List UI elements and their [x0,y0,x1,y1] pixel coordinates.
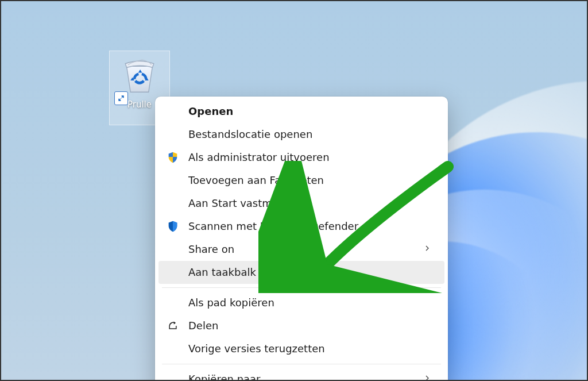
share-icon [167,320,179,332]
context-menu: Openen Bestandslocatie openen Als admini… [155,97,448,381]
menu-item-label: Delen [188,314,218,337]
menu-item-label: Scannen met Microsoft Defender... [188,215,368,238]
desktop-background: Prulle Openen Bestandslocatie openen Als… [0,0,588,381]
menu-item-copy-as-path[interactable]: Als pad kopiëren [158,291,444,314]
menu-item-label: Bestandslocatie openen [188,123,312,146]
menu-item-share-on[interactable]: Share on [158,238,444,261]
chevron-right-icon [423,368,432,381]
menu-item-open[interactable]: Openen [158,100,444,123]
menu-item-restore-previous-versions[interactable]: Vorige versies terugzetten [158,337,444,360]
uac-shield-icon [167,151,179,164]
chevron-right-icon [423,238,432,261]
recycle-bin-icon [119,55,160,96]
menu-item-pin-to-start[interactable]: Aan Start vastmaken [158,192,444,215]
menu-item-share[interactable]: Delen [158,314,444,337]
shortcut-arrow-badge [114,91,128,105]
menu-item-scan-with-defender[interactable]: Scannen met Microsoft Defender... [158,215,444,238]
menu-item-copy-to[interactable]: Kopiëren naar [158,368,444,381]
menu-item-label: Openen [188,100,233,123]
menu-separator [162,364,441,364]
menu-item-label: Aan Start vastmaken [188,192,297,215]
menu-item-label: Kopiëren naar [188,368,261,381]
menu-item-label: Als pad kopiëren [188,291,274,314]
menu-item-run-as-admin[interactable]: Als administrator uitvoeren [158,146,444,169]
menu-item-label: Aan taakbalk vastmaken [188,261,316,284]
menu-item-pin-to-taskbar[interactable]: Aan taakbalk vastmaken [158,261,444,284]
menu-separator [162,287,441,288]
menu-item-label: Toevoegen aan Favorieten [188,169,324,192]
menu-item-label: Vorige versies terugzetten [188,337,325,360]
defender-shield-icon [167,220,179,233]
menu-item-add-to-favorites[interactable]: Toevoegen aan Favorieten [158,169,444,192]
shortcut-arrow-icon [117,94,126,103]
menu-item-open-file-location[interactable]: Bestandslocatie openen [158,123,444,146]
menu-item-label: Share on [188,238,234,261]
menu-item-label: Als administrator uitvoeren [188,146,330,169]
